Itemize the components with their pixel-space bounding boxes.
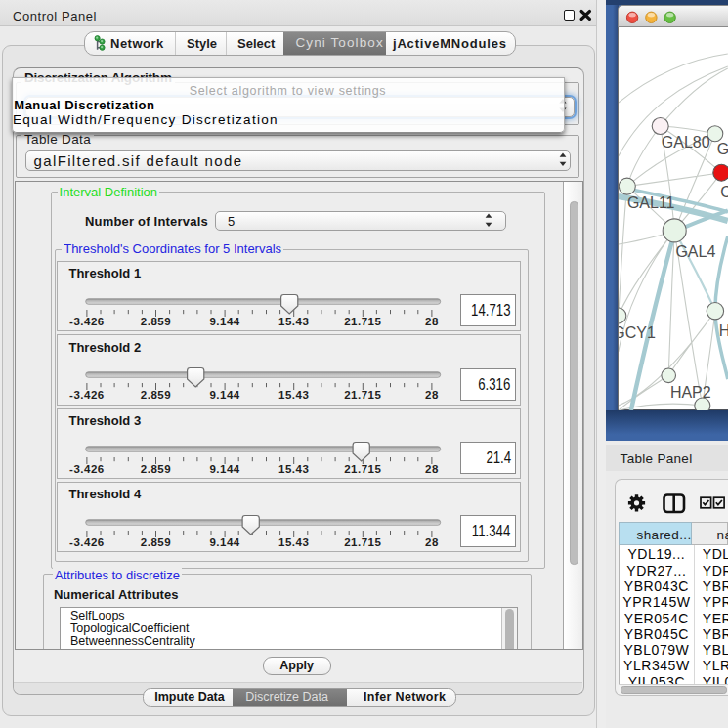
svg-text:GA: GA [717, 142, 728, 158]
svg-text:GAL11: GAL11 [627, 194, 675, 211]
svg-text:21.715: 21.715 [344, 389, 381, 401]
svg-text:28: 28 [425, 535, 439, 547]
svg-text:28: 28 [425, 462, 439, 474]
svg-text:2.859: 2.859 [141, 535, 171, 547]
svg-text:9.144: 9.144 [210, 462, 240, 474]
svg-text:2.859: 2.859 [141, 462, 171, 474]
svg-text:GCY1: GCY1 [619, 324, 656, 341]
svg-text:15.43: 15.43 [278, 389, 309, 401]
svg-text:-3.426: -3.426 [69, 535, 105, 547]
svg-text:-3.426: -3.426 [69, 315, 105, 326]
svg-text:21.715: 21.715 [344, 462, 381, 474]
svg-text:-3.426: -3.426 [69, 389, 105, 401]
svg-text:9.144: 9.144 [210, 315, 240, 326]
svg-text:21.715: 21.715 [344, 535, 381, 547]
svg-text:CC: CC [720, 184, 727, 200]
svg-text:21.715: 21.715 [344, 315, 381, 326]
svg-text:9.144: 9.144 [210, 389, 240, 401]
svg-text:28: 28 [425, 315, 439, 326]
svg-text:9.144: 9.144 [210, 535, 240, 547]
svg-text:2.859: 2.859 [141, 315, 171, 326]
svg-text:GAL80: GAL80 [662, 134, 710, 150]
svg-text:HAP2: HAP2 [670, 384, 711, 401]
svg-text:15.43: 15.43 [278, 462, 309, 474]
svg-text:2.859: 2.859 [141, 389, 171, 401]
svg-text:GAL4: GAL4 [676, 243, 716, 260]
svg-text:15.43: 15.43 [278, 315, 309, 326]
svg-text:28: 28 [425, 389, 439, 401]
svg-text:-3.426: -3.426 [69, 462, 105, 474]
svg-text:HM: HM [719, 322, 728, 339]
svg-text:15.43: 15.43 [278, 535, 309, 547]
